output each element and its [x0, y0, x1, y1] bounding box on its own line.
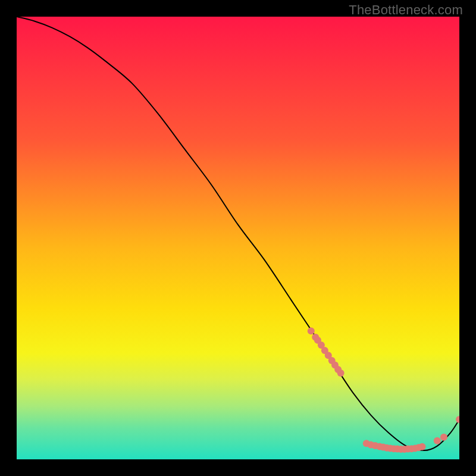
- chart-background: [17, 17, 459, 459]
- data-point: [337, 369, 345, 377]
- bottleneck-chart: [17, 17, 459, 459]
- chart-canvas: [17, 17, 459, 459]
- data-point: [440, 434, 447, 441]
- data-point: [308, 327, 315, 334]
- data-point: [434, 437, 441, 444]
- data-point: [419, 443, 426, 450]
- watermark-text: TheBottleneck.com: [349, 2, 463, 18]
